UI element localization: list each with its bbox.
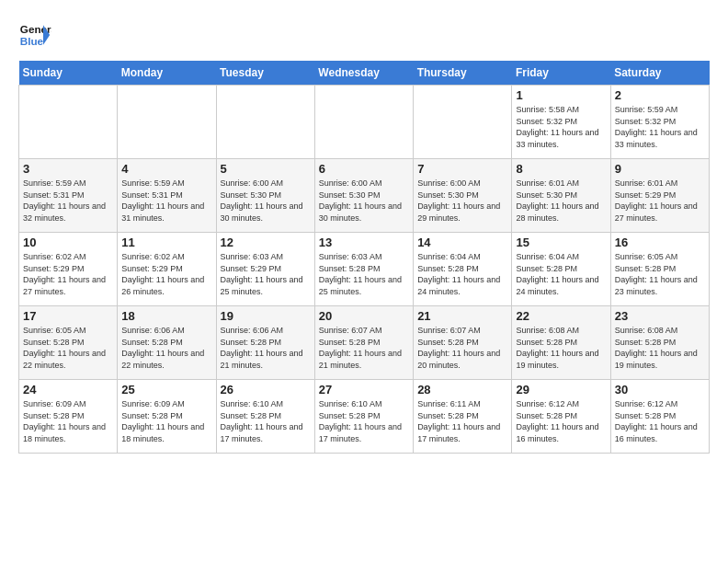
calendar-cell: 30Sunrise: 6:12 AM Sunset: 5:28 PM Dayli…	[610, 380, 709, 454]
day-header-thursday: Thursday	[414, 61, 512, 86]
day-info: Sunrise: 5:59 AM Sunset: 5:31 PM Dayligh…	[23, 178, 113, 224]
calendar-cell: 3Sunrise: 5:59 AM Sunset: 5:31 PM Daylig…	[19, 159, 118, 233]
calendar-cell: 1Sunrise: 5:58 AM Sunset: 5:32 PM Daylig…	[512, 86, 610, 159]
calendar-week-5: 24Sunrise: 6:09 AM Sunset: 5:28 PM Dayli…	[19, 380, 710, 454]
calendar-cell	[314, 86, 413, 159]
calendar-cell	[118, 86, 216, 159]
day-number: 6	[319, 162, 409, 176]
day-info: Sunrise: 6:10 AM Sunset: 5:28 PM Dayligh…	[319, 398, 409, 444]
calendar-cell	[19, 86, 118, 159]
day-info: Sunrise: 6:07 AM Sunset: 5:28 PM Dayligh…	[417, 325, 507, 371]
calendar-week-1: 1Sunrise: 5:58 AM Sunset: 5:32 PM Daylig…	[19, 86, 710, 159]
day-number: 25	[121, 383, 211, 396]
calendar-week-4: 17Sunrise: 6:05 AM Sunset: 5:28 PM Dayli…	[19, 306, 710, 380]
day-number: 18	[121, 309, 211, 323]
day-number: 10	[23, 236, 113, 249]
page-header: General Blue	[18, 18, 710, 52]
day-info: Sunrise: 6:00 AM Sunset: 5:30 PM Dayligh…	[417, 178, 507, 224]
day-info: Sunrise: 6:08 AM Sunset: 5:28 PM Dayligh…	[615, 325, 705, 371]
day-info: Sunrise: 6:05 AM Sunset: 5:28 PM Dayligh…	[615, 251, 705, 297]
day-info: Sunrise: 6:05 AM Sunset: 5:28 PM Dayligh…	[23, 325, 113, 371]
day-number: 2	[615, 88, 705, 102]
day-number: 17	[23, 309, 113, 323]
calendar-cell: 2Sunrise: 5:59 AM Sunset: 5:32 PM Daylig…	[610, 86, 709, 159]
day-number: 1	[516, 88, 606, 102]
day-number: 20	[319, 309, 409, 323]
day-info: Sunrise: 6:03 AM Sunset: 5:28 PM Dayligh…	[319, 251, 409, 297]
day-info: Sunrise: 6:02 AM Sunset: 5:29 PM Dayligh…	[121, 251, 211, 297]
day-number: 30	[615, 383, 705, 396]
day-number: 19	[221, 309, 311, 323]
day-info: Sunrise: 6:09 AM Sunset: 5:28 PM Dayligh…	[23, 398, 113, 444]
day-info: Sunrise: 6:12 AM Sunset: 5:28 PM Dayligh…	[615, 398, 705, 444]
day-number: 7	[417, 162, 507, 176]
logo: General Blue	[18, 18, 51, 52]
calendar-cell: 8Sunrise: 6:01 AM Sunset: 5:30 PM Daylig…	[512, 159, 610, 233]
day-number: 21	[417, 309, 507, 323]
calendar-cell: 25Sunrise: 6:09 AM Sunset: 5:28 PM Dayli…	[118, 380, 216, 454]
calendar-cell: 6Sunrise: 6:00 AM Sunset: 5:30 PM Daylig…	[314, 159, 413, 233]
calendar-cell: 17Sunrise: 6:05 AM Sunset: 5:28 PM Dayli…	[19, 306, 118, 380]
day-number: 8	[516, 162, 606, 176]
day-number: 11	[121, 236, 211, 249]
day-info: Sunrise: 6:11 AM Sunset: 5:28 PM Dayligh…	[417, 398, 507, 444]
calendar-cell: 16Sunrise: 6:05 AM Sunset: 5:28 PM Dayli…	[610, 233, 709, 306]
day-number: 26	[221, 383, 311, 396]
calendar-cell: 13Sunrise: 6:03 AM Sunset: 5:28 PM Dayli…	[314, 233, 413, 306]
day-number: 12	[221, 236, 311, 249]
day-info: Sunrise: 5:58 AM Sunset: 5:32 PM Dayligh…	[516, 104, 606, 150]
day-number: 23	[615, 309, 705, 323]
day-info: Sunrise: 6:02 AM Sunset: 5:29 PM Dayligh…	[23, 251, 113, 297]
day-number: 22	[516, 309, 606, 323]
calendar-cell	[216, 86, 314, 159]
calendar-cell: 24Sunrise: 6:09 AM Sunset: 5:28 PM Dayli…	[19, 380, 118, 454]
day-number: 3	[23, 162, 113, 176]
calendar-cell: 23Sunrise: 6:08 AM Sunset: 5:28 PM Dayli…	[610, 306, 709, 380]
svg-text:Blue: Blue	[20, 35, 44, 47]
day-info: Sunrise: 6:07 AM Sunset: 5:28 PM Dayligh…	[319, 325, 409, 371]
day-info: Sunrise: 5:59 AM Sunset: 5:32 PM Dayligh…	[615, 104, 705, 150]
day-info: Sunrise: 6:00 AM Sunset: 5:30 PM Dayligh…	[319, 178, 409, 224]
calendar-week-3: 10Sunrise: 6:02 AM Sunset: 5:29 PM Dayli…	[19, 233, 710, 306]
day-number: 28	[417, 383, 507, 396]
day-info: Sunrise: 6:00 AM Sunset: 5:30 PM Dayligh…	[221, 178, 311, 224]
day-info: Sunrise: 6:12 AM Sunset: 5:28 PM Dayligh…	[516, 398, 606, 444]
calendar-cell: 19Sunrise: 6:06 AM Sunset: 5:28 PM Dayli…	[216, 306, 314, 380]
day-number: 9	[615, 162, 705, 176]
day-number: 29	[516, 383, 606, 396]
calendar-table: SundayMondayTuesdayWednesdayThursdayFrid…	[18, 61, 710, 454]
day-header-saturday: Saturday	[610, 61, 709, 86]
calendar-cell: 20Sunrise: 6:07 AM Sunset: 5:28 PM Dayli…	[314, 306, 413, 380]
calendar-cell: 22Sunrise: 6:08 AM Sunset: 5:28 PM Dayli…	[512, 306, 610, 380]
calendar-cell: 21Sunrise: 6:07 AM Sunset: 5:28 PM Dayli…	[414, 306, 512, 380]
calendar-cell: 15Sunrise: 6:04 AM Sunset: 5:28 PM Dayli…	[512, 233, 610, 306]
day-info: Sunrise: 6:06 AM Sunset: 5:28 PM Dayligh…	[221, 325, 311, 371]
calendar-cell: 27Sunrise: 6:10 AM Sunset: 5:28 PM Dayli…	[314, 380, 413, 454]
calendar-cell: 10Sunrise: 6:02 AM Sunset: 5:29 PM Dayli…	[19, 233, 118, 306]
calendar-cell: 4Sunrise: 5:59 AM Sunset: 5:31 PM Daylig…	[118, 159, 216, 233]
calendar-cell: 5Sunrise: 6:00 AM Sunset: 5:30 PM Daylig…	[216, 159, 314, 233]
day-number: 14	[417, 236, 507, 249]
day-number: 24	[23, 383, 113, 396]
calendar-week-2: 3Sunrise: 5:59 AM Sunset: 5:31 PM Daylig…	[19, 159, 710, 233]
day-info: Sunrise: 5:59 AM Sunset: 5:31 PM Dayligh…	[121, 178, 211, 224]
calendar-cell: 9Sunrise: 6:01 AM Sunset: 5:29 PM Daylig…	[610, 159, 709, 233]
day-info: Sunrise: 6:06 AM Sunset: 5:28 PM Dayligh…	[121, 325, 211, 371]
day-header-tuesday: Tuesday	[216, 61, 314, 86]
calendar-cell: 26Sunrise: 6:10 AM Sunset: 5:28 PM Dayli…	[216, 380, 314, 454]
day-header-sunday: Sunday	[19, 61, 118, 86]
calendar-cell: 12Sunrise: 6:03 AM Sunset: 5:29 PM Dayli…	[216, 233, 314, 306]
day-number: 15	[516, 236, 606, 249]
day-info: Sunrise: 6:10 AM Sunset: 5:28 PM Dayligh…	[221, 398, 311, 444]
day-info: Sunrise: 6:09 AM Sunset: 5:28 PM Dayligh…	[121, 398, 211, 444]
day-info: Sunrise: 6:08 AM Sunset: 5:28 PM Dayligh…	[516, 325, 606, 371]
calendar-cell: 7Sunrise: 6:00 AM Sunset: 5:30 PM Daylig…	[414, 159, 512, 233]
day-header-wednesday: Wednesday	[314, 61, 413, 86]
calendar-cell: 29Sunrise: 6:12 AM Sunset: 5:28 PM Dayli…	[512, 380, 610, 454]
day-header-monday: Monday	[118, 61, 216, 86]
day-number: 27	[319, 383, 409, 396]
calendar-cell: 11Sunrise: 6:02 AM Sunset: 5:29 PM Dayli…	[118, 233, 216, 306]
day-info: Sunrise: 6:03 AM Sunset: 5:29 PM Dayligh…	[221, 251, 311, 297]
day-number: 4	[121, 162, 211, 176]
day-number: 13	[319, 236, 409, 249]
